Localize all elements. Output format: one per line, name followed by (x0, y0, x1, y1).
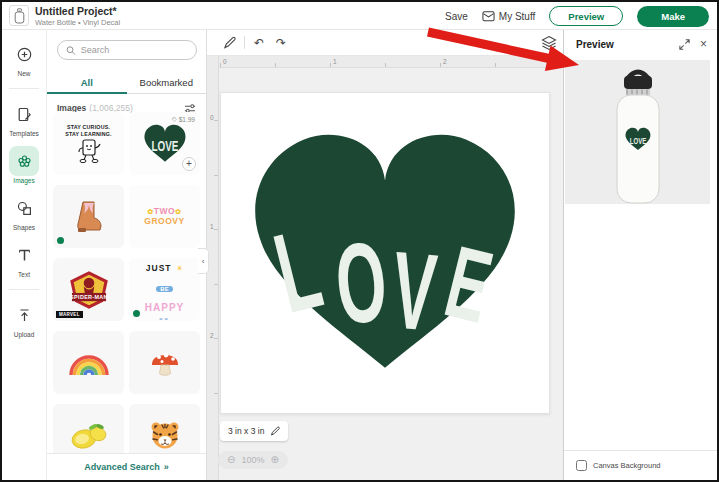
redo-button[interactable]: ↷ (276, 37, 286, 49)
rail-item-images[interactable]: Images (2, 146, 47, 184)
horizontal-ruler: 0 1 2 (219, 56, 567, 68)
image-tile-love-heart[interactable]: ◇ $1.99 LOVE + (129, 112, 200, 175)
images-icon (17, 154, 32, 169)
two-groovy-text: ✿TWO✿ GROOVY (144, 207, 184, 227)
layers-button[interactable] (541, 35, 557, 55)
marvel-brand-tag: MARVEL (56, 311, 83, 318)
rail-item-templates[interactable]: Templates (2, 99, 47, 137)
topbar-actions: Save My Stuff Preview Make (445, 2, 709, 30)
mushroom-drawing (149, 347, 181, 379)
canvas-background-checkbox[interactable] (576, 460, 587, 471)
preview-title: Preview (576, 39, 614, 50)
search-input[interactable] (81, 45, 188, 55)
add-image-button[interactable]: + (182, 157, 196, 171)
water-bottle-icon (14, 8, 25, 24)
design-canvas[interactable]: L O V E (220, 92, 550, 414)
love-heart-design[interactable]: L O V E (234, 112, 536, 394)
image-tile-rainbow[interactable] (53, 331, 124, 394)
project-title-block: Untitled Project* Water Bottle • Vinyl D… (35, 5, 120, 27)
save-button[interactable]: Save (445, 11, 468, 22)
tab-bookmarked[interactable]: Bookmarked (127, 70, 207, 94)
canvas-background-row: Canvas Background (564, 450, 717, 480)
rail-item-new[interactable]: New (2, 39, 47, 77)
svg-text:V: V (388, 229, 441, 354)
canvas-size-label: 3 in x 3 in (228, 426, 264, 436)
project-subtitle: Water Bottle • Vinyl Decal (35, 18, 120, 27)
lemons-drawing (69, 421, 109, 451)
double-chevron-icon: » (164, 462, 169, 472)
layers-icon (541, 35, 557, 51)
design-app-window: Untitled Project* Water Bottle • Vinyl D… (0, 0, 719, 482)
canvas-size-button[interactable]: 3 in x 3 in (220, 421, 288, 441)
edit-pen-button[interactable] (223, 36, 236, 49)
image-tile-cowboy-boot[interactable] (53, 185, 124, 248)
wave-decoration: ≈≈ (145, 316, 184, 321)
canvas-toolbar: ↶ ↷ (207, 30, 567, 56)
project-title: Untitled Project* (35, 5, 120, 17)
svg-text:LOVE: LOVE (629, 135, 645, 146)
love-heart-thumbnail: LOVE (141, 122, 189, 165)
zoom-control: ⊖ 100% ⊕ (218, 451, 288, 469)
access-badge (133, 310, 140, 317)
toolbar-divider (244, 36, 245, 49)
price-row: ◇ $1.99 (172, 115, 195, 123)
canvas-area: ↶ ↷ 0 1 2 0 1 2 (207, 30, 567, 480)
images-panel: All Bookmarked Images (1,006,255) STAY C… (47, 30, 207, 480)
image-tile-stay-curious[interactable]: STAY CURIOUS. STAY LEARNING. (53, 112, 124, 175)
book-character-drawing (74, 138, 104, 164)
zoom-level: 100% (241, 455, 264, 465)
water-bottle-preview: LOVE (600, 64, 676, 206)
rail-item-text[interactable]: Text (2, 240, 47, 278)
edit-pencil-icon (270, 426, 280, 436)
rail-divider (9, 289, 39, 290)
zoom-in-button[interactable]: ⊕ (270, 455, 278, 465)
image-tile-lemons[interactable] (53, 404, 124, 453)
pen-icon (223, 36, 236, 49)
rail-divider (9, 88, 39, 89)
tab-all[interactable]: All (47, 70, 127, 94)
image-tile-tiger[interactable] (129, 404, 200, 453)
expand-icon (679, 39, 690, 50)
canvas-background-label: Canvas Background (593, 461, 661, 470)
image-tile-just-be-happy[interactable]: JUST ☀ BE HAPPY ≈≈ (129, 258, 200, 321)
sun-icon: ☀ (176, 264, 183, 273)
tiger-face-drawing (148, 420, 182, 452)
preview-button[interactable]: Preview (549, 6, 623, 26)
left-icon-rail: New Templates Images Sha (2, 30, 47, 480)
just-be-happy-text: JUST ☀ BE HAPPY ≈≈ (145, 258, 184, 321)
close-button[interactable]: × (700, 38, 707, 50)
expand-button[interactable] (679, 39, 690, 50)
undo-button[interactable]: ↶ (254, 37, 264, 49)
price-label: $1.99 (179, 116, 195, 123)
zoom-out-button[interactable]: ⊖ (227, 455, 235, 465)
shapes-icon (17, 201, 32, 216)
advanced-search-button[interactable]: Advanced Search » (47, 453, 206, 480)
project-thumbnail (9, 5, 29, 26)
product-preview-stage: LOVE (565, 60, 710, 204)
new-icon (17, 47, 32, 62)
rainbow-drawing (67, 350, 111, 376)
image-tile-two-groovy[interactable]: ✿TWO✿ GROOVY (129, 185, 200, 248)
templates-icon (17, 107, 32, 122)
preview-header: Preview × (564, 30, 717, 58)
text-icon (17, 248, 32, 263)
access-badge (57, 237, 64, 244)
image-results-grid: STAY CURIOUS. STAY LEARNING. (53, 112, 200, 453)
topbar: Untitled Project* Water Bottle • Vinyl D… (2, 2, 717, 30)
image-tile-spider-man[interactable]: SPIDER-MAN MARVEL (53, 258, 124, 321)
image-tile-mushroom[interactable] (129, 331, 200, 394)
upload-icon (17, 308, 32, 323)
search-icon (66, 45, 76, 56)
panel-collapse-handle[interactable]: ‹ (198, 248, 209, 274)
rail-item-shapes[interactable]: Shapes (2, 193, 47, 231)
cowboy-boot-drawing (74, 200, 104, 234)
svg-text:SPIDER-MAN: SPIDER-MAN (70, 294, 108, 300)
chevron-left-icon: ‹ (202, 257, 205, 266)
my-stuff-button[interactable]: My Stuff (482, 10, 536, 22)
make-button[interactable]: Make (637, 6, 709, 27)
search-box[interactable] (57, 40, 197, 60)
panel-tabs: All Bookmarked (47, 70, 206, 94)
my-stuff-icon (482, 10, 495, 22)
spider-man-badge-drawing: SPIDER-MAN (69, 270, 109, 310)
rail-item-upload[interactable]: Upload (2, 300, 47, 338)
